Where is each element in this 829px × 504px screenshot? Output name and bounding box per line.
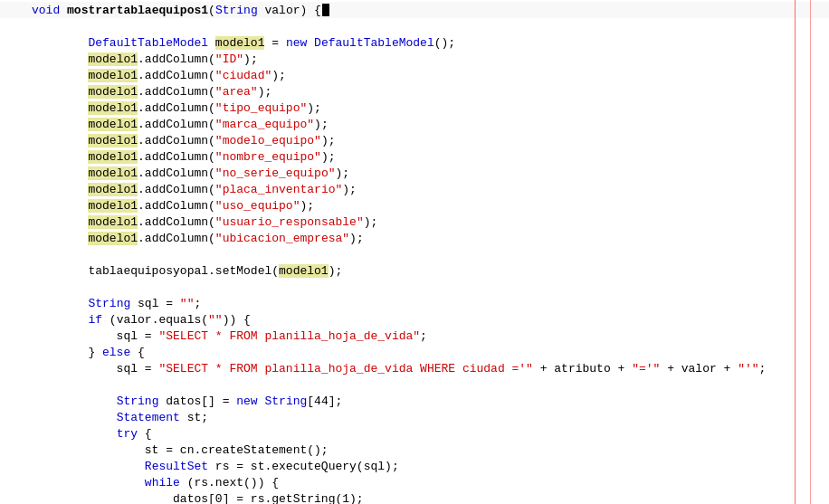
editor-container: void mostrartablaequipos1(String valor) … <box>0 0 829 504</box>
code-line <box>0 246 829 262</box>
code-text: datos[0] = rs.getString(1); <box>32 492 364 505</box>
code-text: sql = "SELECT * FROM planilla_hoja_de_vi… <box>32 329 427 343</box>
code-text: modelo1.addColumn("ID"); <box>32 52 258 66</box>
code-line: if (valor.equals("")) { <box>0 311 829 328</box>
code-line: } else { <box>0 344 829 360</box>
code-line: String sql = ""; <box>0 295 829 311</box>
guide-line-1 <box>795 0 796 504</box>
code-line: sql = "SELECT * FROM planilla_hoja_de_vi… <box>0 360 829 376</box>
code-line: modelo1.addColumn("usuario_responsable")… <box>0 214 829 230</box>
code-text: tablaequiposyopal.setModel(modelo1); <box>32 264 342 278</box>
code-line: ResultSet rs = st.executeQuery(sql); <box>0 458 829 474</box>
guide-line-2 <box>810 0 811 504</box>
code-text: modelo1.addColumn("ubicacion_empresa"); <box>32 232 364 245</box>
code-line: modelo1.addColumn("ciudad"); <box>0 67 829 83</box>
code-text: modelo1.addColumn("area"); <box>32 85 272 99</box>
code-text: } else { <box>32 346 145 359</box>
code-line: modelo1.addColumn("area"); <box>0 83 829 100</box>
code-text: try { <box>32 427 152 441</box>
code-line: while (rs.next()) { <box>0 474 829 490</box>
code-text: while (rs.next()) { <box>32 476 279 490</box>
code-line: modelo1.addColumn("uso_equipo"); <box>0 197 829 214</box>
code-text: sql = "SELECT * FROM planilla_hoja_de_vi… <box>32 362 766 376</box>
code-line: try { <box>0 425 829 442</box>
code-text: modelo1.addColumn("placa_inventario"); <box>32 183 357 196</box>
code-line: String datos[] = new String[44]; <box>0 393 829 409</box>
code-text: modelo1.addColumn("uso_equipo"); <box>32 199 314 213</box>
code-line: DefaultTableModel modelo1 = new DefaultT… <box>0 34 829 51</box>
code-content[interactable]: void mostrartablaequipos1(String valor) … <box>0 0 829 504</box>
code-text: modelo1.addColumn("nombre_equipo"); <box>32 150 336 164</box>
code-text: st = cn.createStatement(); <box>32 443 329 457</box>
code-line: sql = "SELECT * FROM planilla_hoja_de_vi… <box>0 328 829 344</box>
code-text: modelo1.addColumn("usuario_responsable")… <box>32 215 377 229</box>
code-text: String datos[] = new String[44]; <box>32 395 342 408</box>
code-text: void mostrartablaequipos1(String valor) … <box>32 4 321 17</box>
code-text: modelo1.addColumn("tipo_equipo"); <box>32 101 321 115</box>
code-text: modelo1.addColumn("modelo_equipo"); <box>32 134 336 147</box>
code-line <box>0 18 829 34</box>
code-line: modelo1.addColumn("ubicacion_empresa"); <box>0 230 829 246</box>
code-line <box>0 376 829 393</box>
code-text: DefaultTableModel modelo1 = new DefaultT… <box>32 36 455 50</box>
code-text: modelo1.addColumn("no_serie_equipo"); <box>32 166 349 180</box>
code-text: if (valor.equals("")) { <box>32 313 251 327</box>
code-line: datos[0] = rs.getString(1); <box>0 490 829 504</box>
code-line: modelo1.addColumn("tipo_equipo"); <box>0 100 829 116</box>
code-line: modelo1.addColumn("placa_inventario"); <box>0 181 829 197</box>
code-text: modelo1.addColumn("ciudad"); <box>32 69 286 82</box>
code-line <box>0 279 829 295</box>
code-line: st = cn.createStatement(); <box>0 442 829 458</box>
code-text: String sql = ""; <box>32 297 201 310</box>
code-line: void mostrartablaequipos1(String valor) … <box>0 2 829 18</box>
code-line: modelo1.addColumn("modelo_equipo"); <box>0 132 829 148</box>
code-text: ResultSet rs = st.executeQuery(sql); <box>32 460 399 473</box>
code-text: modelo1.addColumn("marca_equipo"); <box>32 118 329 131</box>
code-line: Statement st; <box>0 409 829 425</box>
code-line: modelo1.addColumn("marca_equipo"); <box>0 116 829 132</box>
code-line: modelo1.addColumn("ID"); <box>0 51 829 67</box>
code-line: modelo1.addColumn("nombre_equipo"); <box>0 148 829 165</box>
code-area: void mostrartablaequipos1(String valor) … <box>0 0 829 504</box>
code-line: modelo1.addColumn("no_serie_equipo"); <box>0 165 829 181</box>
code-text: Statement st; <box>32 411 208 424</box>
code-line: tablaequiposyopal.setModel(modelo1); <box>0 262 829 279</box>
